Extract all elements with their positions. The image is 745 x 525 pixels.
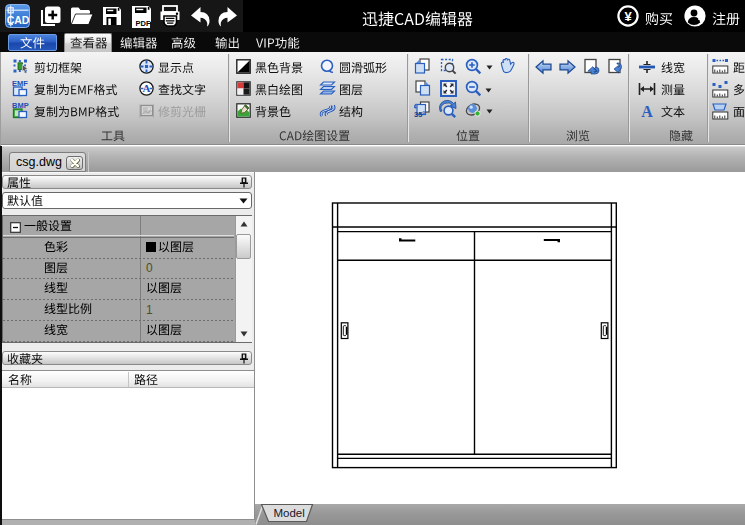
svg-text:CAD: CAD [7,14,30,26]
svg-text:¥: ¥ [624,9,632,24]
svg-text:PDF: PDF [136,19,151,28]
svg-text:A: A [641,103,653,120]
svg-text:A: A [143,82,151,94]
svg-text:35°: 35° [414,110,425,119]
